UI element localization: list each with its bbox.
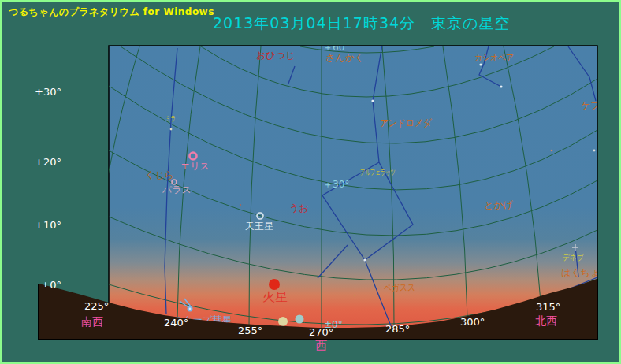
comet-core bbox=[189, 308, 192, 310]
altitude-inline-label-30: ＋30° bbox=[323, 179, 349, 190]
star-dot bbox=[500, 85, 502, 87]
constellation-label-cetus: くじら bbox=[145, 169, 174, 180]
azimuth-label-270: 270° bbox=[309, 326, 333, 338]
star-label-mira: ミラ bbox=[165, 114, 176, 123]
mars-symbol bbox=[269, 279, 280, 290]
constellation-label-andromeda: アンドロメダ bbox=[380, 117, 433, 128]
altitude-axis-label-30: +30° bbox=[35, 86, 61, 98]
star-dot bbox=[479, 63, 482, 65]
constellation-label-lacerta: とかげ bbox=[484, 199, 514, 210]
constellation-label-pegasus: ペガスス bbox=[384, 282, 415, 293]
constellation-label-triangulum: さんかく bbox=[325, 52, 364, 63]
constellation-label-aries: おひつじ bbox=[256, 50, 295, 61]
altitude-axis: +30°+20°+10°±0° bbox=[35, 86, 61, 291]
star-dot bbox=[371, 99, 374, 102]
constellation-label-cassiopeia: カシオペア bbox=[474, 52, 514, 63]
star-dot bbox=[593, 150, 596, 152]
altitude-inline-label-60: ＋60 bbox=[323, 42, 344, 53]
planet-label-uranus: 天王星 bbox=[245, 221, 273, 232]
planet-label-pallas: パラス bbox=[162, 184, 192, 195]
azimuth-label-240: 240° bbox=[164, 317, 188, 329]
star-label-alpheratz: アルフェラッツ bbox=[360, 168, 396, 176]
altitude-axis-label-10: +10° bbox=[35, 219, 61, 231]
azimuth-label-300: 300° bbox=[460, 316, 485, 328]
star-dot bbox=[551, 150, 553, 152]
star-dot bbox=[354, 295, 355, 296]
planetarium-window: つるちゃんのプラネタリウム for Windows 2013年03月04日17時… bbox=[0, 0, 621, 364]
altitude-axis-label-0: ±0° bbox=[41, 279, 61, 291]
planet-label-eris: エリス bbox=[180, 161, 210, 172]
star-dot bbox=[382, 41, 385, 43]
star-dot bbox=[240, 204, 241, 206]
compass-label-west: 西 bbox=[315, 339, 327, 353]
azimuth-label-285: 285° bbox=[385, 323, 410, 335]
planet-label-mars: 火星 bbox=[262, 290, 288, 304]
compass-label-southwest: 南西 bbox=[81, 315, 103, 328]
compass-label-northwest: 北西 bbox=[535, 314, 557, 327]
azimuth-label-225: 225° bbox=[84, 300, 109, 312]
constellation-label-cepheus: ケフェウス bbox=[581, 100, 619, 111]
constellation-label-pisces: うお bbox=[289, 202, 309, 214]
azimuth-label-255: 255° bbox=[238, 325, 262, 336]
azimuth-label-315: 315° bbox=[536, 301, 560, 313]
venus-symbol bbox=[278, 317, 288, 326]
constellation-label-cygnus: はくちょう bbox=[561, 267, 609, 278]
star-label-deneb: デネブ bbox=[563, 253, 585, 262]
mercury-symbol bbox=[296, 315, 304, 324]
sky-chart: おひつじさんかくカシオペアケフェウスアンドロメダくじらうおとかげはくちょうペガス… bbox=[2, 2, 619, 362]
star-dot bbox=[170, 128, 173, 131]
star-dot bbox=[363, 258, 366, 261]
altitude-axis-label-20: +20° bbox=[35, 156, 61, 168]
